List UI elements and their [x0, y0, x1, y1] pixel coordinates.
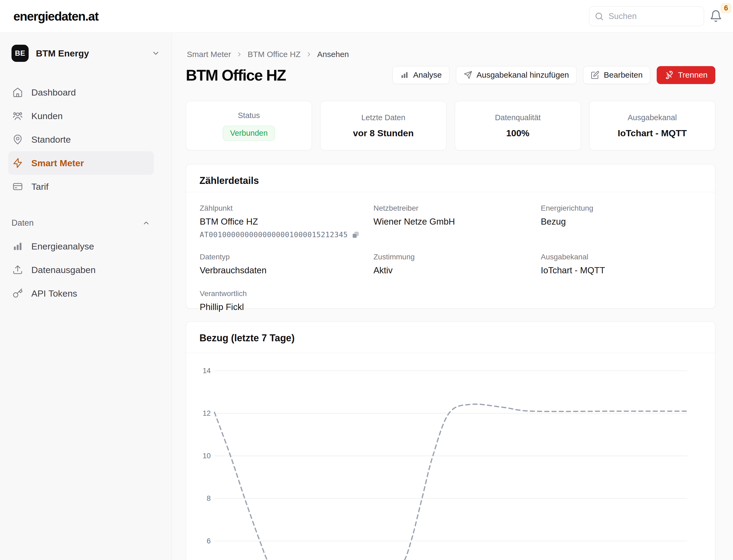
breadcrumb: Smart Meter BTM Office HZ Ansehen	[187, 50, 349, 59]
map-pin-icon	[12, 134, 23, 145]
workspace-switcher[interactable]: BE BTM Energy	[12, 45, 160, 62]
chevron-up-icon[interactable]	[142, 219, 150, 227]
sidebar-item-standorte[interactable]: Standorte	[8, 128, 154, 151]
sidebar-item-label: Smart Meter	[31, 158, 84, 168]
app-logo: energiedaten.at	[13, 9, 99, 24]
field-value: Wiener Netze GmbH	[373, 217, 541, 227]
sidebar-item-label: Dashboard	[31, 87, 76, 98]
meter-details-grid: Zählpunkt BTM Office HZ AT00100000000000…	[186, 192, 715, 312]
field-value: Phillip Fickl	[200, 302, 373, 312]
stat-label: Datenqualität	[495, 113, 541, 122]
copy-icon[interactable]	[352, 231, 360, 239]
field-value: Verbrauchsdaten	[200, 265, 373, 275]
unlink-icon	[664, 70, 674, 80]
sidebar-section-daten[interactable]: Daten	[12, 215, 150, 231]
stat-value: vor 8 Stunden	[353, 128, 414, 138]
stat-cards: Status Verbunden Letzte Daten vor 8 Stun…	[186, 101, 715, 150]
notification-count-badge: 6	[721, 3, 731, 13]
search-box[interactable]	[589, 6, 704, 26]
chevron-right-icon	[236, 51, 243, 58]
disconnect-button[interactable]: Trennen	[657, 66, 715, 84]
stat-label: Ausgabekanal	[628, 113, 677, 122]
stat-card-status: Status Verbunden	[186, 101, 312, 150]
workspace-avatar: BE	[12, 45, 29, 62]
sidebar-nav: Dashboard Kunden Standorte Smart Meter T…	[8, 81, 154, 198]
edit-button-label: Bearbeiten	[604, 70, 643, 80]
page-title: BTM Office HZ	[186, 66, 286, 84]
meter-point-id-row: AT0010000000000000001000015212345	[200, 230, 373, 239]
add-output-channel-button[interactable]: Ausgabekanal hinzufügen	[456, 66, 577, 84]
field-label: Netzbetreiber	[373, 204, 541, 213]
consumption-chart-title: Bezug (letzte 7 Tage)	[199, 332, 702, 344]
meter-point-id: AT0010000000000000001000015212345	[200, 230, 348, 239]
bar-chart-icon	[12, 241, 23, 252]
zap-icon	[12, 158, 23, 168]
workspace-name: BTM Energy	[36, 48, 89, 59]
sidebar-item-label: Kunden	[31, 111, 63, 121]
section-label: Daten	[12, 218, 34, 228]
send-icon	[464, 71, 472, 79]
stat-card-ausgabekanal: Ausgabekanal IoTchart - MQTT	[589, 101, 715, 150]
chevron-right-icon	[305, 51, 312, 58]
breadcrumb-ansehen: Ansehen	[317, 50, 349, 59]
key-icon	[12, 288, 23, 299]
status-badge: Verbunden	[223, 126, 275, 141]
action-buttons: Analyse Ausgabekanal hinzufügen Bearbeit…	[392, 66, 715, 84]
consumption-chart-body: 14121086	[186, 353, 716, 560]
search-input[interactable]	[609, 12, 715, 21]
edit-icon	[591, 71, 599, 79]
field-value: Aktiv	[373, 265, 541, 275]
svg-text:12: 12	[203, 409, 211, 417]
search-icon	[595, 12, 604, 21]
svg-text:14: 14	[203, 367, 211, 375]
field-label: Zählpunkt	[200, 204, 373, 213]
edit-button[interactable]: Bearbeiten	[583, 66, 650, 84]
sidebar-nav-daten: Energieanalyse Datenausgaben API Tokens	[8, 234, 154, 305]
sidebar-item-kunden[interactable]: Kunden	[8, 104, 154, 128]
consumption-chart-header: Bezug (letzte 7 Tage)	[186, 322, 715, 353]
analyse-button-label: Analyse	[413, 70, 442, 80]
sidebar-item-dashboard[interactable]: Dashboard	[8, 81, 154, 104]
bell-icon	[709, 9, 722, 23]
field-label: Zustimmung	[373, 253, 541, 261]
field-label: Energierichtung	[541, 204, 702, 213]
consumption-chart-card: Bezug (letzte 7 Tage) 14121086	[186, 321, 715, 560]
bezug-line-series	[214, 404, 687, 560]
meter-details-card: Zählerdetails Zählpunkt BTM Office HZ AT…	[186, 164, 715, 309]
stat-label: Status	[238, 111, 260, 120]
sidebar-item-tarif[interactable]: Tarif	[8, 175, 154, 198]
sidebar-item-smart-meter[interactable]: Smart Meter	[8, 151, 154, 175]
sidebar-item-datenausgaben[interactable]: Datenausgaben	[8, 258, 154, 282]
upload-icon	[12, 264, 23, 275]
users-icon	[12, 111, 23, 121]
chevron-down-icon[interactable]	[152, 49, 160, 58]
sidebar-item-label: Standorte	[31, 134, 71, 145]
analyse-button[interactable]: Analyse	[392, 66, 449, 84]
field-value: BTM Office HZ	[200, 217, 373, 227]
home-icon	[12, 87, 23, 98]
disconnect-button-label: Trennen	[678, 70, 708, 80]
field-value: Bezug	[541, 217, 702, 227]
add-output-channel-label: Ausgabekanal hinzufügen	[477, 70, 569, 80]
sidebar-item-api-tokens[interactable]: API Tokens	[8, 282, 154, 305]
field-datentyp: Datentyp Verbrauchsdaten	[200, 253, 373, 275]
stat-card-datenqualitaet: Datenqualität 100%	[455, 101, 581, 150]
svg-text:10: 10	[203, 452, 211, 460]
field-value: IoTchart - MQTT	[541, 265, 702, 275]
stat-value: 100%	[506, 128, 530, 138]
svg-text:6: 6	[207, 537, 211, 545]
stat-value: IoTchart - MQTT	[618, 128, 687, 138]
sidebar-item-label: Tarif	[31, 181, 48, 192]
sidebar-item-label: Energieanalyse	[31, 241, 94, 252]
breadcrumb-smart-meter[interactable]: Smart Meter	[187, 50, 231, 59]
sidebar-item-label: API Tokens	[31, 288, 77, 299]
field-zustimmung: Zustimmung Aktiv	[373, 253, 541, 275]
breadcrumb-btm-office-hz[interactable]: BTM Office HZ	[248, 50, 301, 59]
bar-chart-icon	[400, 71, 409, 79]
field-label: Verantwortlich	[200, 289, 373, 298]
sidebar-item-energieanalyse[interactable]: Energieanalyse	[8, 234, 154, 258]
field-label: Datentyp	[200, 253, 373, 261]
field-zaehlpunkt: Zählpunkt BTM Office HZ AT00100000000000…	[200, 204, 373, 239]
credit-card-icon	[12, 181, 23, 192]
field-netzbetreiber: Netzbetreiber Wiener Netze GmbH	[373, 204, 541, 239]
